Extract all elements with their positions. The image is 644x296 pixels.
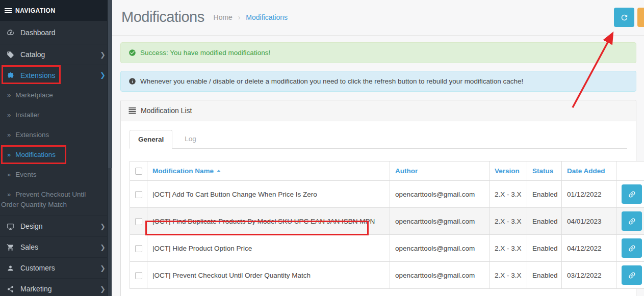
info-circle-icon [128, 77, 136, 85]
author-cell: opencarttools@gmail.com [390, 181, 490, 208]
chevron-right-icon: ❯ [100, 71, 106, 79]
sidebar-item-design[interactable]: Design ❯ [0, 216, 112, 236]
sidebar-item-label: Sales [20, 243, 38, 251]
user-icon [7, 264, 20, 272]
sidebar-item-sales[interactable]: Sales ❯ [0, 236, 112, 257]
main-content: Modifications Home › Modifications Succe… [112, 0, 644, 296]
row-checkbox[interactable] [135, 191, 142, 198]
version-cell: 2.X - 3.X [490, 262, 527, 289]
table-row: |OCT| Hide Product Option Price opencart… [130, 235, 644, 262]
modification-name-cell: |OCT| Add To Cart Button Change When Pri… [147, 181, 390, 208]
sort-date-added[interactable]: Date Added [567, 167, 605, 175]
clear-button[interactable] [637, 8, 644, 27]
sidebar-scrollbar[interactable] [107, 0, 112, 296]
link-button[interactable] [622, 211, 642, 231]
version-cell: 2.X - 3.X [490, 235, 527, 262]
list-icon [128, 107, 136, 114]
share-icon [7, 285, 20, 293]
sort-status[interactable]: Status [532, 167, 553, 175]
sidebar-item-events[interactable]: »Events [0, 165, 112, 184]
page-actions [614, 8, 644, 27]
status-cell: Enabled [527, 181, 562, 208]
double-chevron-icon: » [7, 91, 11, 99]
sidebar-item-dashboard[interactable]: Dashboard [0, 21, 112, 44]
sidebar-item-label: Customers [20, 264, 55, 272]
sidebar-item-catalog[interactable]: Catalog ❯ [0, 44, 112, 65]
sort-version[interactable]: Version [495, 167, 520, 175]
refresh-icon [620, 13, 629, 22]
refresh-button[interactable] [614, 8, 634, 27]
modification-list-panel: Modification List General Log Modificati… [120, 100, 636, 296]
double-chevron-icon: » [7, 171, 11, 178]
cart-icon [7, 244, 20, 251]
date-added-cell: 04/12/2022 [562, 235, 616, 262]
sidebar-item-label: Extensions [20, 71, 55, 79]
panel-body: General Log Modification Name Author Ver… [121, 121, 636, 296]
breadcrumb: Home › Modifications [214, 13, 288, 21]
sidebar-item-label: Marketplace [15, 91, 53, 99]
date-added-cell: 04/01/2023 [562, 208, 616, 235]
double-chevron-icon: » [7, 151, 11, 158]
modification-name-cell: |OCT| Find Duplicate Products By Model S… [147, 208, 390, 235]
date-added-cell: 03/12/2022 [562, 262, 616, 289]
sidebar-item-installer[interactable]: »Installer [0, 105, 112, 125]
double-chevron-icon: » [7, 131, 11, 139]
author-cell: opencarttools@gmail.com [390, 235, 490, 262]
column-header-label: Modification Name [152, 167, 214, 175]
link-icon [626, 188, 638, 200]
check-circle-icon [128, 49, 136, 57]
sidebar-item-label: Installer [15, 111, 39, 119]
sidebar-scrollbar-thumb[interactable] [108, 0, 112, 168]
table-row: |OCT| Find Duplicate Products By Model S… [130, 208, 644, 235]
breadcrumb-current-link[interactable]: Modifications [246, 13, 288, 21]
sidebar-item-prevent-checkout[interactable]: »Prevent Checkout Until Order Quantity M… [0, 184, 112, 216]
puzzle-icon [7, 71, 20, 79]
link-icon [626, 215, 638, 227]
sidebar-item-label: Modifications [15, 151, 56, 158]
row-checkbox[interactable] [135, 245, 142, 252]
info-alert: Whenever you enable / disable or delete … [120, 71, 636, 92]
sidebar-navigation-header[interactable]: NAVIGATION [0, 0, 112, 21]
modifications-table: Modification Name Author Version Status … [130, 161, 644, 289]
status-cell: Enabled [527, 262, 562, 289]
page-title: Modifications [121, 9, 204, 25]
chevron-right-icon: ❯ [100, 285, 106, 293]
dashboard-icon [7, 29, 20, 36]
status-cell: Enabled [527, 208, 562, 235]
link-icon [626, 242, 638, 254]
modification-name-cell: |OCT| Hide Product Option Price [147, 235, 390, 262]
chevron-right-icon: ❯ [100, 264, 106, 272]
breadcrumb-home-link[interactable]: Home [214, 13, 233, 21]
link-button[interactable] [622, 184, 642, 204]
chevron-right-icon: ❯ [100, 51, 106, 59]
link-button[interactable] [622, 265, 642, 285]
sidebar-item-extensions[interactable]: Extensions ❯ [0, 65, 112, 85]
sort-author[interactable]: Author [395, 167, 418, 175]
sidebar-item-customers[interactable]: Customers ❯ [0, 257, 112, 278]
link-button[interactable] [622, 238, 642, 258]
sidebar-item-marketplace[interactable]: »Marketplace [0, 85, 112, 105]
tab-general[interactable]: General [130, 130, 172, 149]
version-cell: 2.X - 3.X [490, 208, 527, 235]
sidebar-item-extensions-sub[interactable]: »Extensions [0, 125, 112, 145]
success-alert: Success: You have modified modifications… [120, 42, 636, 63]
tab-log[interactable]: Log [176, 130, 204, 149]
sidebar-item-modifications[interactable]: »Modifications [0, 145, 112, 165]
info-alert-text: Whenever you enable / disable or delete … [140, 77, 523, 85]
monitor-icon [7, 223, 20, 230]
sidebar-item-label: Dashboard [20, 29, 56, 37]
row-checkbox[interactable] [135, 218, 142, 225]
table-header-row: Modification Name Author Version Status … [130, 162, 644, 181]
sidebar-item-label: Prevent Checkout Until Order Quantity Ma… [1, 191, 86, 208]
success-alert-text: Success: You have modified modifications… [140, 49, 270, 57]
navigation-label: NAVIGATION [15, 7, 56, 14]
sort-modification-name[interactable]: Modification Name [152, 167, 221, 175]
double-chevron-icon: » [7, 191, 11, 198]
chevron-right-icon: ❯ [100, 223, 106, 230]
sidebar-item-marketing[interactable]: Marketing ❯ [0, 278, 112, 296]
select-all-checkbox[interactable] [135, 168, 142, 175]
chevron-right-icon: ❯ [100, 244, 106, 251]
row-checkbox[interactable] [135, 272, 142, 279]
page-header: Modifications Home › Modifications [112, 0, 644, 36]
breadcrumb-separator: › [238, 13, 241, 21]
